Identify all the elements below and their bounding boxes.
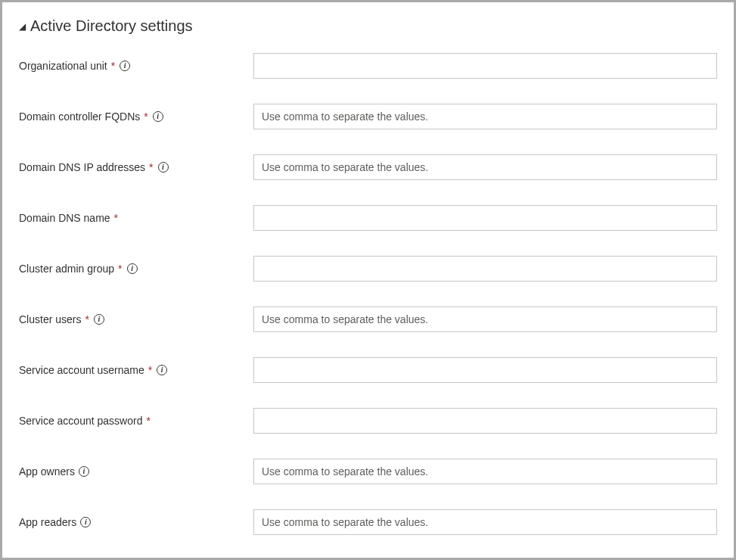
section-title: Active Directory settings [30,17,193,35]
info-icon[interactable]: i [153,111,163,122]
field-row-app-readers: App readers i [19,509,717,535]
section-toggle-active-directory[interactable]: ◢ Active Directory settings [19,17,717,35]
cluster-users-input[interactable] [253,306,717,332]
field-row-domain-controller-fqdns: Domain controller FQDNs * i [19,104,717,129]
domain-dns-name-input[interactable] [253,205,717,231]
required-indicator: * [85,313,89,325]
field-label: Service account username * i [19,364,253,376]
info-icon[interactable]: i [94,314,104,325]
required-indicator: * [148,364,152,376]
field-row-domain-dns-name: Domain DNS name * [19,205,717,231]
field-row-cluster-users: Cluster users * i [19,306,717,332]
required-indicator: * [111,60,115,72]
info-icon[interactable]: i [79,466,89,477]
field-label: Service account password * [19,415,253,427]
domain-dns-ip-input[interactable] [253,154,717,180]
required-indicator: * [146,415,150,427]
field-label: App owners i [19,465,253,478]
collapse-icon: ◢ [19,21,26,32]
field-label: Domain DNS name * [19,212,253,224]
app-readers-input[interactable] [253,509,717,535]
info-icon[interactable]: i [158,162,169,173]
required-indicator: * [118,263,122,275]
field-row-domain-dns-ip: Domain DNS IP addresses * i [19,154,717,180]
organizational-unit-input[interactable] [253,53,717,79]
field-row-organizational-unit: Organizational unit * i [19,53,717,79]
info-icon[interactable]: i [120,61,130,71]
info-icon[interactable]: i [127,263,138,274]
required-indicator: * [149,161,153,173]
field-label: App readers i [19,516,253,528]
field-row-service-account-username: Service account username * i [19,357,717,383]
field-label: Domain DNS IP addresses * i [19,161,253,173]
domain-controller-fqdns-input[interactable] [253,104,717,129]
app-owners-input[interactable] [253,459,717,484]
info-icon[interactable]: i [80,517,91,527]
service-account-password-input[interactable] [253,408,717,434]
field-row-service-account-password: Service account password * [19,408,717,434]
field-label: Cluster users * i [19,313,253,325]
field-row-app-owners: App owners i [19,459,717,484]
field-label: Cluster admin group * i [19,263,253,275]
field-row-cluster-admin-group: Cluster admin group * i [19,256,717,282]
service-account-username-input[interactable] [253,357,717,383]
field-label: Domain controller FQDNs * i [19,110,253,123]
field-label: Organizational unit * i [19,60,253,72]
required-indicator: * [114,212,118,224]
cluster-admin-group-input[interactable] [253,256,717,282]
required-indicator: * [144,110,148,123]
info-icon[interactable]: i [157,365,167,375]
